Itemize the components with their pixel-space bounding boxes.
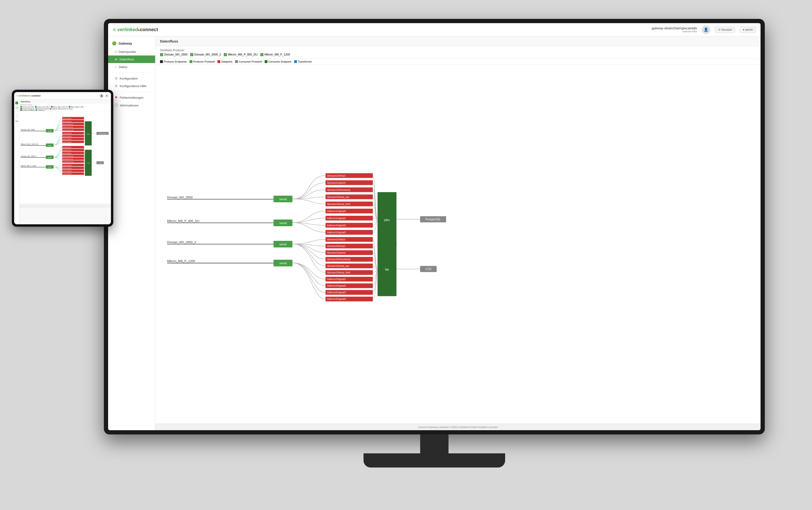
gateway-name: gateway-o6ubn20wlmgtwcakdqfe [652, 26, 697, 30]
cb-mikron-mill-800[interactable]: ✓ Mikron_Mill_P_800_DU [224, 53, 258, 56]
svg-text:/doosan2/timestamp: /doosan2/timestamp [63, 155, 74, 157]
cb-box-mikron-mill-1200: ✓ [260, 53, 263, 56]
sidebar-item-konfiguration-label: Konfiguration [120, 77, 138, 80]
svg-text:serial: serial [279, 197, 287, 201]
tablet-screen: ≡ verlinked ▸ connect 👤 ▾ [14, 92, 111, 224]
svg-text:/doosan2/temp1: /doosan2/temp1 [63, 149, 71, 151]
svg-text:Mikron_Mill_P_800_DU: Mikron_Mill_P_800_DU [21, 143, 38, 145]
svg-text:Doosan_MX_2600_2: Doosan_MX_2600_2 [167, 240, 196, 244]
sidebar-item-konfiguration[interactable]: ⚙ Konfiguration [108, 75, 155, 82]
svg-text:/mikron1/signal1: /mikron1/signal1 [327, 217, 346, 220]
tablet-sidebar-divider [17, 111, 17, 113]
svg-text:Mikron_Mill_P_1200: Mikron_Mill_P_1200 [21, 165, 36, 167]
datenpunkte-icon: ≡ [115, 50, 117, 54]
app-logo: ≡ verlinked▸connect [113, 27, 158, 33]
svg-text:/doosan2/temp_limit: /doosan2/temp_limit [327, 271, 350, 274]
dataflow-canvas: serial serial serial serial Doosan_ [155, 65, 760, 424]
svg-text:/doosan1/speed: /doosan1/speed [63, 121, 71, 122]
tablet-bezel: ≡ verlinked ▸ connect 👤 ▾ [12, 90, 113, 227]
sidebar: 🟢 Gateway ≡ Datenpunkte ⇄ Datenfluss ○ S… [108, 36, 155, 430]
svg-text:/doosan2/temp_top: /doosan2/temp_top [327, 264, 349, 267]
svg-text:file: file [385, 268, 389, 271]
cb-doosan-mx-2600-2[interactable]: ✓ Doosan_MX_2600_2 [190, 53, 221, 56]
tablet-support-icon: 👤 [99, 94, 104, 98]
sidebar-item-fehlermeldungen[interactable]: ⚑ Fehlermeldungen [108, 94, 155, 101]
monitor-stand-neck [420, 434, 448, 453]
legend-dot-transformer [294, 60, 297, 63]
legend-datapoint: Datapoint [218, 60, 232, 63]
cb-box-mikron-mill-800: ✓ [224, 53, 227, 56]
monitor-stand-base [364, 453, 505, 468]
svg-text:/doosan1/temp_top: /doosan1/temp_top [63, 126, 73, 128]
tablet-sidebar-divider2 [17, 118, 17, 119]
legend-bar: Producer Endpoints Producer Protokoll Da… [155, 59, 760, 65]
filter-bar: Sichtbare Producer: ✓ Doosan_MX_2600 ✓ D… [155, 46, 760, 59]
svg-text:/doosan1/temp_top: /doosan1/temp_top [327, 196, 349, 198]
svg-text:/mikron1/signal2: /mikron1/signal2 [327, 224, 346, 227]
svg-text:/mikron1/signal2: /mikron1/signal2 [63, 138, 71, 140]
sidebar-gateway-label: Gateway [118, 41, 132, 45]
sidebar-item-status[interactable]: ○ Status [108, 63, 155, 70]
sidebar-item-konfigurations-hilfe-label: Konfigurations-Hilfe [120, 84, 146, 88]
svg-text:/mikron2/signal2: /mikron2/signal2 [63, 167, 71, 169]
tablet-sidebar-line2 [16, 110, 18, 110]
filter-label: Sichtbare Producer: [160, 49, 756, 52]
support-icon: 👤 [702, 26, 710, 34]
main-content: Datenfluss Sichtbare Producer: ✓ Doosan_… [155, 36, 760, 430]
gateway-sub: website-fake [652, 30, 697, 33]
tablet: ≡ verlinked ▸ connect 👤 ▾ [12, 90, 113, 227]
svg-text:Doosan_MX_2600: Doosan_MX_2600 [21, 129, 35, 131]
tablet-scroll-hint: › [19, 204, 111, 208]
svg-text:/doosan2/status: /doosan2/status [327, 238, 345, 241]
legend-consumer-endpoint: Consumer Endpoint [265, 60, 291, 63]
svg-text:/doosan2/speed: /doosan2/speed [327, 251, 345, 254]
svg-text:/doosan1/speed: /doosan1/speed [327, 181, 345, 184]
neustart-button[interactable]: ↺ Neustart [715, 27, 735, 33]
svg-text:serial: serial [48, 144, 52, 146]
fehlermeldungen-icon: ⚑ [115, 96, 118, 100]
sidebar-item-datenfluss-label: Datenfluss [119, 58, 134, 61]
sidebar-item-informationen-label: Informationen [120, 104, 139, 107]
tablet-flow-svg: Doosan_MX_2600 Mikron_Mill_P_800_DU Doos… [19, 112, 111, 203]
admin-button[interactable]: ▾ admin [740, 27, 756, 33]
tablet-sidebar-line3 [16, 114, 18, 115]
sidebar-item-konfigurations-hilfe[interactable]: ⚙ Konfigurations-Hilfe [108, 82, 155, 90]
status-icon: ○ [115, 65, 117, 69]
producer-checkboxes: ✓ Doosan_MX_2600 ✓ Doosan_MX_2600_2 ✓ Mi… [160, 53, 756, 56]
svg-text:Mikron_Mill_P_800_DU: Mikron_Mill_P_800_DU [167, 219, 200, 223]
sidebar-item-datenpunkte[interactable]: ≡ Datenpunkte [108, 48, 155, 55]
legend-transformer: Transformer [294, 60, 312, 63]
footer-bar: connect-Gateway unknown ©2023 verlinked … [155, 424, 760, 430]
cb-doosan-mx-2600[interactable]: ✓ Doosan_MX_2600 [160, 53, 187, 56]
svg-text:/mikron2/signal4: /mikron2/signal4 [327, 298, 346, 300]
legend-producer-protokoll: Producer Protokoll [190, 60, 215, 63]
tablet-page-title: Datenfluss [19, 100, 111, 104]
svg-text:/mikron2/signal1: /mikron2/signal1 [63, 165, 71, 166]
svg-text:/doosan2/timestamp: /doosan2/timestamp [327, 258, 350, 261]
page-title: Datenfluss [160, 39, 756, 43]
gateway-icon: 🟢 [112, 41, 117, 46]
flow-svg: serial serial serial serial Doosan_ [155, 65, 760, 424]
tablet-sidebar-active [16, 108, 18, 108]
tablet-sidebar-gateway-icon [16, 102, 18, 104]
svg-text:/mikron2/signal4: /mikron2/signal4 [63, 173, 71, 174]
sidebar-item-datenfluss[interactable]: ⇄ Datenfluss [108, 55, 155, 63]
cb-box-doosan-mx-2600-2: ✓ [190, 53, 193, 56]
legend-producer-endpoints: Producer Endpoints [160, 60, 187, 63]
app-header: ≡ verlinked▸connect gateway-o6ubn20wlmgt… [108, 23, 760, 36]
sidebar-divider-1 [108, 73, 155, 73]
tablet-sidebar [14, 100, 19, 224]
tablet-admin-button[interactable]: ▾ [105, 94, 109, 97]
tablet-sidebar-line1 [16, 106, 18, 106]
svg-text:jdbc: jdbc [384, 218, 390, 222]
cb-mikron-mill-1200[interactable]: ✓ Mikron_Mill_P_1200 [260, 53, 290, 56]
informationen-icon: ⓘ [115, 103, 118, 107]
footer-text: connect-Gateway unknown ©2023 verlinked … [418, 426, 498, 428]
svg-text:/doosan1/temp_limit: /doosan1/temp_limit [327, 203, 350, 205]
cb-box-doosan-mx-2600: ✓ [160, 53, 163, 56]
tablet-logo: ≡ verlinked ▸ connect [17, 94, 40, 97]
sidebar-item-informationen[interactable]: ⓘ Informationen [108, 101, 155, 109]
svg-text:Mikron_Mill_P_1200: Mikron_Mill_P_1200 [167, 259, 195, 263]
tablet-body: Datenfluss Sichtbare Producer: Doosan_MX… [14, 100, 111, 224]
sidebar-item-datenpunkte-label: Datenpunkte [118, 50, 136, 54]
